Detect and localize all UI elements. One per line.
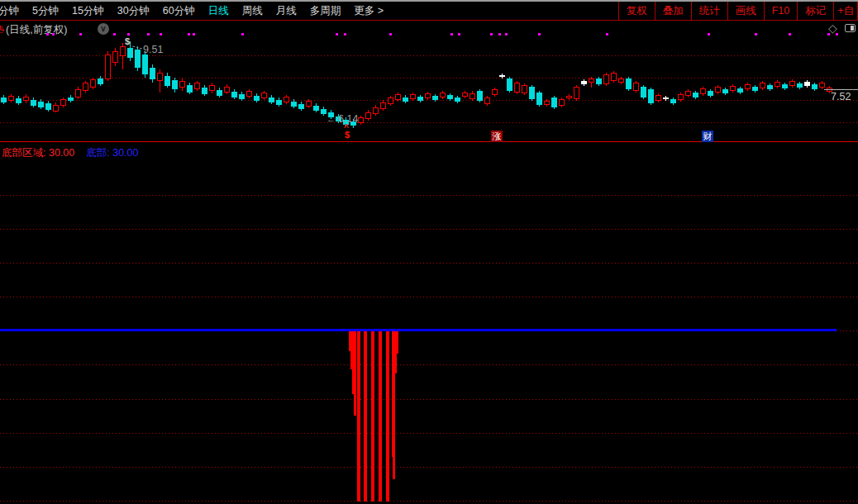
peak-dollar-marker: $ (125, 36, 130, 46)
indicator-panel[interactable]: 底部区域: 30.00底部: 30.00 (0, 142, 858, 504)
low-label-arrow-icon: ← (327, 114, 336, 124)
toolbar-actions: 复权叠加统计画线F10标记+自 (618, 2, 858, 20)
chart-title: (日线,前复权) (6, 23, 67, 37)
period-tab-0[interactable]: 分钟 (0, 4, 26, 18)
chart-subheader: 势 (日线,前复权) ∨ ◇ (0, 21, 858, 38)
period-tab-8[interactable]: 多周期 (303, 4, 348, 18)
indicator-labels: 底部区域: 30.00底部: 30.00 (2, 146, 138, 160)
split-panel-icon[interactable] (845, 24, 856, 32)
last-price-label: 7.52 (831, 91, 851, 102)
period-tab-4[interactable]: 60分钟 (156, 4, 202, 18)
signal-dollar-marker: $ (345, 130, 350, 140)
action-button-2[interactable]: 统计 (691, 2, 727, 20)
action-button-1[interactable]: 叠加 (655, 2, 691, 20)
event-badge-zhang: 涨 (491, 131, 503, 142)
clipped-label-fragment: 势 (0, 22, 4, 33)
action-button-4[interactable]: F10 (764, 2, 798, 20)
action-button-6[interactable]: +自 (833, 2, 857, 20)
period-tab-3[interactable]: 30分钟 (111, 4, 156, 18)
period-tabs: 分钟5分钟15分钟30分钟60分钟日线周线月线多周期更多 > (0, 4, 390, 18)
diamond-icon[interactable]: ◇ (828, 21, 837, 35)
period-tab-2[interactable]: 15分钟 (65, 4, 111, 18)
action-button-5[interactable]: 标记 (797, 2, 833, 20)
period-tab-6[interactable]: 周线 (236, 4, 269, 18)
chevron-down-icon[interactable]: ∨ (98, 23, 109, 35)
period-tab-1[interactable]: 5分钟 (26, 4, 65, 18)
action-button-0[interactable]: 复权 (618, 2, 655, 20)
candlestick-panel[interactable] (0, 38, 858, 142)
period-tab-9[interactable]: 更多 > (347, 4, 390, 18)
indicator-label-blue: 底部: 30.00 (86, 147, 138, 159)
action-button-3[interactable]: 画线 (727, 2, 764, 20)
event-badge-cai: 财 (702, 131, 713, 142)
high-price-label: 9.51 (143, 44, 163, 55)
last-price-line (824, 89, 858, 90)
toolbar: 分钟5分钟15分钟30分钟60分钟日线周线月线多周期更多 > 复权叠加统计画线F… (0, 2, 858, 21)
period-tab-7[interactable]: 月线 (269, 4, 303, 18)
period-tab-5[interactable]: 日线 (202, 4, 236, 18)
indicator-label-red: 底部区域: 30.00 (2, 147, 74, 159)
app-window: 分钟5分钟15分钟30分钟60分钟日线周线月线多周期更多 > 复权叠加统计画线F… (0, 0, 858, 504)
